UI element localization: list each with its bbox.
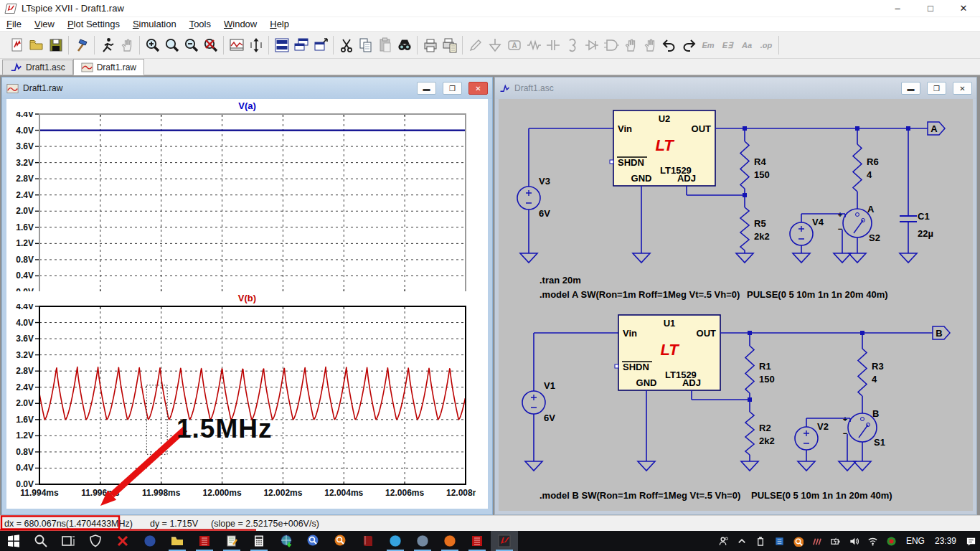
skype-app[interactable]	[382, 531, 409, 551]
resistor-symbol[interactable]	[853, 144, 862, 192]
ground-symbol[interactable]	[525, 461, 542, 471]
calculator-app[interactable]	[245, 531, 273, 551]
clock[interactable]: 23:39	[930, 536, 961, 546]
rotate-icon[interactable]: E∃	[717, 34, 737, 56]
autorange-y-icon[interactable]	[227, 34, 246, 56]
waveform-pane[interactable]: V(a) 4.4V4.0V3.6V3.2V2.8V2.4V2.0V1.6V1.2…	[6, 99, 488, 509]
tray-search-icon[interactable]	[789, 531, 808, 551]
language-indicator[interactable]: ENG	[901, 536, 930, 546]
blue-search-app[interactable]	[300, 531, 327, 551]
mirror-icon[interactable]: Em	[698, 34, 717, 56]
tab-draft1-asc[interactable]: Draft1.asc	[2, 60, 73, 75]
menu-tools[interactable]: Tools	[183, 18, 217, 30]
ground-symbol[interactable]	[638, 461, 655, 471]
tile-horizontal-icon[interactable]	[272, 34, 291, 56]
cascade-windows-icon[interactable]	[291, 34, 311, 56]
child-restore-button[interactable]: ❐	[927, 82, 946, 95]
tab-draft1-raw[interactable]: Draft1.raw	[73, 59, 144, 75]
ground-symbol[interactable]	[854, 461, 871, 471]
inductor-icon[interactable]	[562, 34, 582, 56]
recorder-icon[interactable]	[882, 531, 901, 551]
redo-icon[interactable]	[679, 34, 698, 56]
red-x-app[interactable]	[109, 531, 136, 551]
zoom-in-icon[interactable]	[143, 34, 162, 56]
waveform-window-titlebar[interactable]: Draft1.raw ▬ ❐ ✕	[2, 77, 492, 99]
print-preview-icon[interactable]	[440, 34, 459, 56]
resistor-symbol[interactable]	[740, 141, 749, 189]
net-label-icon[interactable]: A	[504, 34, 524, 56]
red-grid-app[interactable]	[191, 531, 218, 551]
zoom-back-icon[interactable]	[162, 34, 182, 56]
wire-icon[interactable]	[466, 34, 485, 56]
child-restore-button[interactable]: ❐	[443, 82, 462, 95]
ground-symbol[interactable]	[839, 461, 856, 471]
orange-search-app[interactable]	[327, 531, 354, 551]
start-button[interactable]	[0, 531, 27, 551]
capacitor-icon[interactable]	[543, 34, 562, 56]
halt-icon[interactable]	[117, 34, 136, 56]
schematic-canvas[interactable]: V36VU2VinOUTSHDNLT1529GNDADJLTAR4150R52k…	[499, 99, 973, 511]
voltage-source-symbol[interactable]	[790, 222, 813, 245]
menu-help[interactable]: Help	[263, 18, 296, 30]
menu-view[interactable]: View	[28, 18, 61, 30]
paste-icon[interactable]	[375, 34, 395, 56]
new-schematic-icon[interactable]	[7, 34, 27, 56]
ground-symbol[interactable]	[849, 253, 866, 263]
find-icon[interactable]	[395, 34, 414, 56]
ground-symbol[interactable]	[736, 253, 753, 263]
ground-symbol[interactable]	[520, 253, 537, 263]
maximize-button[interactable]: □	[914, 0, 947, 17]
text-icon[interactable]: Aa	[737, 34, 756, 56]
ground-symbol[interactable]	[900, 253, 917, 263]
volume-icon[interactable]	[845, 531, 864, 551]
resistor-symbol[interactable]	[745, 412, 754, 455]
tray-expand-icon[interactable]	[733, 531, 752, 551]
open-icon[interactable]	[27, 34, 46, 56]
cut-icon[interactable]	[336, 34, 356, 56]
ground-symbol[interactable]	[741, 461, 758, 471]
run-icon[interactable]	[98, 34, 117, 56]
ltspice-app[interactable]	[491, 531, 518, 551]
ground-symbol[interactable]	[633, 253, 650, 263]
child-minimize-button[interactable]: ▬	[901, 82, 920, 95]
people-icon[interactable]	[715, 531, 733, 551]
child-close-button[interactable]: ✕	[953, 82, 972, 95]
voltage-source-symbol[interactable]	[517, 187, 540, 209]
voltage-source-symbol[interactable]	[522, 391, 545, 414]
move-icon[interactable]	[640, 34, 659, 56]
capacitor-symbol[interactable]	[900, 216, 917, 222]
copy-icon[interactable]	[356, 34, 375, 56]
undo-icon[interactable]	[659, 34, 679, 56]
file-explorer-app[interactable]	[164, 531, 191, 551]
pan-vertical-icon[interactable]	[246, 34, 265, 56]
child-minimize-button[interactable]: ▬	[417, 82, 436, 95]
schematic-window[interactable]: Draft1.asc ▬ ❐ ✕ V36VU2VinOUTSHDNLT1529G…	[494, 77, 977, 515]
menu-simulation[interactable]: Simulation	[126, 18, 183, 30]
notification-center-icon[interactable]	[961, 531, 980, 551]
resistor-symbol[interactable]	[745, 346, 754, 393]
control-panel-icon[interactable]	[72, 34, 91, 56]
ground-icon[interactable]	[485, 34, 504, 56]
ground-symbol[interactable]	[834, 253, 851, 263]
plot-a[interactable]: 4.4V4.0V3.6V3.2V2.8V2.4V2.0V1.6V1.2V0.8V…	[8, 112, 476, 291]
taskbar-search-icon[interactable]	[27, 531, 55, 551]
menu-file[interactable]: File	[0, 18, 28, 30]
notes-app[interactable]	[218, 531, 245, 551]
resistor-symbol[interactable]	[740, 207, 749, 250]
drag-icon[interactable]	[621, 34, 640, 56]
waveform-window[interactable]: Draft1.raw ▬ ❐ ✕ V(a) 4.4V4.0V3.6V3.2V2.…	[1, 77, 493, 515]
save-icon[interactable]	[46, 34, 65, 56]
menu-plot-settings[interactable]: Plot Settings	[61, 18, 126, 30]
menu-window[interactable]: Window	[217, 18, 263, 30]
component-icon[interactable]	[601, 34, 621, 56]
ground-symbol[interactable]	[798, 461, 815, 471]
voltage-source-symbol[interactable]	[795, 427, 818, 450]
task-view-icon[interactable]	[55, 531, 82, 551]
resistor-icon[interactable]	[524, 34, 543, 56]
minimize-button[interactable]: –	[881, 0, 914, 17]
resistor-symbol[interactable]	[858, 349, 867, 396]
plot-b[interactable]: 4.4V4.0V3.6V3.2V2.8V2.4V2.0V1.6V1.2V0.8V…	[8, 304, 476, 499]
usb-icon[interactable]	[752, 531, 771, 551]
network-icon[interactable]	[864, 531, 882, 551]
battery-icon[interactable]	[826, 531, 845, 551]
